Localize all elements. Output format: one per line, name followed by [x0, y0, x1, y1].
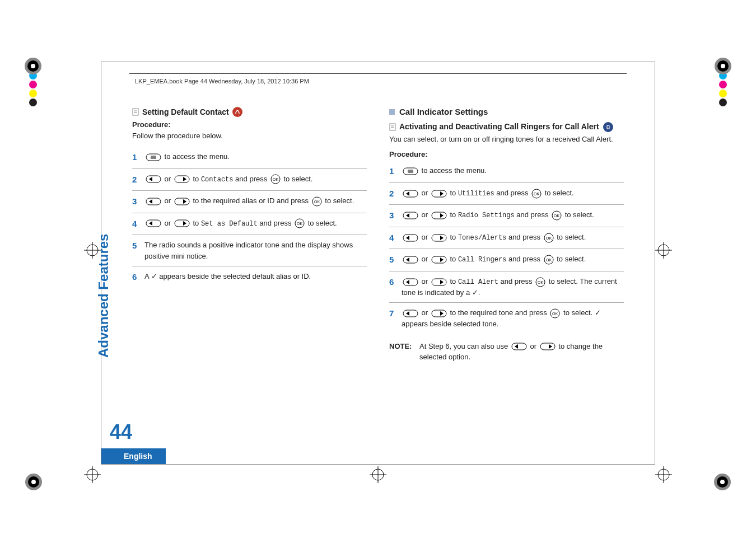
step-number: 2	[389, 188, 402, 200]
header-text: LKP_EMEA.book Page 44 Wednesday, July 18…	[135, 78, 309, 85]
language-box: English	[101, 448, 166, 464]
doc-icon	[389, 123, 396, 131]
reg-mark	[370, 466, 386, 483]
reg-mark	[84, 466, 101, 483]
ok-button-icon: OK	[552, 210, 562, 221]
svg-rect-60	[403, 190, 418, 197]
svg-marker-43	[183, 199, 186, 204]
left-title-text: Setting Default Contact	[142, 107, 229, 116]
right-intro: You can select, or turn on or off ringin…	[389, 134, 624, 144]
svg-marker-61	[406, 191, 409, 196]
right-main-title-text: Call Indicator Settings	[399, 107, 488, 116]
check-icon: ✓	[472, 288, 478, 297]
step-item: 2 or to Utilities and press OK to select…	[389, 183, 624, 205]
svg-marker-37	[183, 177, 186, 181]
step-item: 4 or to Set as Default and press OK to s…	[132, 213, 367, 236]
left-button-icon	[403, 310, 418, 317]
right-button-icon	[540, 343, 556, 350]
svg-rect-78	[403, 256, 418, 263]
right-button-icon	[431, 234, 447, 242]
right-sub-title-text: Activating and Deactivating Call Ringers…	[399, 122, 599, 131]
svg-marker-47	[149, 221, 152, 226]
svg-marker-63	[440, 191, 444, 196]
svg-rect-55	[607, 125, 609, 129]
step-number: 1	[132, 151, 144, 164]
svg-marker-75	[440, 236, 444, 240]
page-frame: LKP_EMEA.book Page 44 Wednesday, July 18…	[101, 62, 655, 465]
ok-button-icon: OK	[531, 189, 542, 199]
svg-text:OK: OK	[314, 200, 320, 204]
svg-rect-48	[175, 220, 189, 227]
ok-button-icon: OK	[295, 218, 305, 228]
svg-rect-90	[403, 310, 418, 317]
step-body: or to the required tone and press OK to …	[402, 307, 624, 329]
step-body: or to Utilities and press OK to select.	[402, 188, 624, 199]
step-body: to access the menu.	[402, 165, 624, 176]
left-intro: Follow the procedure below.	[132, 131, 367, 141]
svg-marker-35	[149, 177, 152, 181]
right-button-icon	[431, 278, 447, 286]
step-number: 2	[132, 174, 144, 186]
svg-marker-97	[515, 344, 518, 349]
svg-rect-92	[432, 310, 446, 317]
procedure-label: Procedure:	[132, 120, 367, 129]
step-number: 4	[132, 218, 144, 231]
step-number: 1	[389, 165, 402, 178]
left-button-icon	[403, 234, 418, 242]
step-number: 3	[132, 195, 144, 208]
svg-text:OK: OK	[552, 312, 558, 316]
corner-mark	[711, 471, 734, 495]
svg-text:OK: OK	[546, 236, 552, 240]
svg-text:OK: OK	[297, 222, 302, 226]
right-button-icon	[431, 256, 447, 264]
svg-rect-62	[432, 190, 446, 197]
svg-marker-93	[440, 311, 444, 316]
step-body: A ✓ appears beside the selected default …	[144, 271, 367, 282]
step-number: 6	[132, 271, 144, 284]
step-body: or to Call Ringers and press OK to selec…	[402, 254, 624, 265]
step-item: 5 or to Call Ringers and press OK to sel…	[389, 249, 624, 271]
step-body: or to Call Alert and press OK to select.…	[402, 276, 624, 298]
color-bar	[29, 72, 37, 107]
check-icon: ✓	[595, 308, 601, 317]
right-button-icon	[431, 190, 447, 198]
svg-rect-96	[512, 343, 526, 350]
corner-mark	[22, 471, 45, 495]
step-item: 4 or to Tones/Alerts and press OK to sel…	[389, 227, 624, 250]
right-button-icon	[431, 310, 447, 317]
step-body: to access the menu.	[144, 151, 367, 162]
right-sub-title: Activating and Deactivating Call Ringers…	[389, 122, 624, 132]
svg-rect-98	[540, 343, 555, 350]
ok-button-icon: OK	[550, 308, 560, 318]
svg-marker-73	[406, 236, 409, 240]
svg-marker-81	[440, 257, 444, 262]
side-label: Advanced Features	[96, 234, 111, 358]
step-body: or to the required alias or ID and press…	[144, 195, 367, 207]
left-section-title: Setting Default Contact	[132, 107, 367, 117]
svg-rect-74	[432, 235, 446, 241]
svg-marker-91	[406, 311, 409, 316]
step-number: 7	[389, 307, 402, 320]
step-body: or to Tones/Alerts and press OK to selec…	[402, 232, 624, 243]
step-body: The radio sounds a positive indicator to…	[144, 240, 367, 261]
right-steps: 1 to access the menu.2 or to Utilities a…	[389, 161, 624, 334]
reg-mark	[655, 242, 672, 259]
left-button-icon	[511, 343, 527, 350]
menu-path-text: Utilities	[458, 190, 494, 198]
svg-marker-85	[406, 280, 409, 284]
note-row: NOTE: At Step 6, you can also use or to …	[389, 341, 624, 363]
svg-marker-87	[440, 280, 444, 284]
svg-rect-42	[175, 198, 189, 205]
step-item: 3 or to the required alias or ID and pre…	[132, 191, 367, 213]
menu-path-text: Radio Settings	[458, 212, 515, 219]
menu-path-text: Call Ringers	[458, 256, 506, 264]
ok-button-icon: OK	[270, 174, 281, 184]
note-label: NOTE:	[389, 341, 419, 363]
step-item: 7 or to the required tone and press OK t…	[389, 303, 624, 334]
step-item: 3 or to Radio Settings and press OK to s…	[389, 205, 624, 227]
reg-mark	[655, 466, 672, 483]
svg-rect-66	[403, 212, 418, 219]
menu-path-text: Set as Default	[201, 220, 258, 228]
svg-marker-69	[440, 213, 444, 218]
left-button-icon	[146, 219, 161, 227]
